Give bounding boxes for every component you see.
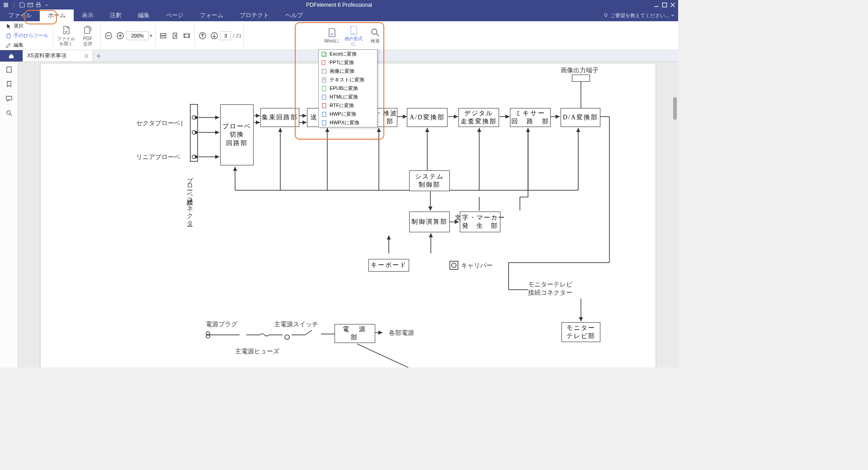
edit-tool[interactable]: 編集 [5,41,48,50]
box-monitor-tv: モニター テレビ部 [561,322,600,342]
tab-title: X5資料要求事項 [27,52,66,60]
comments-panel-icon[interactable] [5,94,13,103]
app-title: PDFelement 6 Professional [306,2,372,8]
minimize-button[interactable] [653,2,660,8]
open-file-button[interactable]: ファイル を開く [55,25,77,46]
svg-rect-3 [37,3,40,5]
label-probe-connector: プローベ接続コネクター [185,172,193,223]
svg-rect-39 [190,104,198,161]
to-word-label: Wordに [324,38,340,43]
menu-edit[interactable]: 編集 [130,9,158,21]
dropdown-item-rtf[interactable]: RTFに変換 [319,101,377,110]
dropdown-item-hwp[interactable]: HWPに変換 [319,110,377,118]
document-tab[interactable]: X5資料要求事項 [23,50,93,61]
titlebar: | PDFelement 6 Professional [0,0,678,9]
svg-point-42 [192,155,196,159]
bookmark-panel-icon[interactable] [5,80,13,88]
edit-label: 編集 [14,42,24,48]
fit-width-button[interactable] [157,30,169,42]
dropdown-item-image[interactable]: 画像に変換 [319,67,377,75]
fit-page-button[interactable] [169,30,181,42]
label-main-fuse: 主電源ヒューズ [235,348,279,356]
dropdown-arrow-icon[interactable] [43,2,50,8]
ribbon-separator [243,25,244,47]
menu-page[interactable]: ページ [158,9,192,21]
dd-label-html: HTMLに変換 [330,94,358,100]
select-tool[interactable]: 選択 [5,22,48,31]
svg-point-82 [206,334,210,338]
search-panel-icon[interactable] [5,109,13,117]
dropdown-item-epub[interactable]: EPUBに変換 [319,84,377,93]
home-tab-button[interactable] [0,50,23,61]
svg-point-19 [372,29,377,34]
box-ad: A/D変換部 [407,108,448,127]
prev-page-button[interactable] [197,30,208,42]
menu-form[interactable]: フォーム [192,9,231,21]
page-number-input[interactable] [220,31,231,40]
page-separator: / [231,33,236,38]
svg-point-81 [206,332,210,335]
actual-size-button[interactable] [181,30,193,42]
menu-home[interactable]: ホーム [40,9,74,21]
dd-label-epub: EPUBに変換 [330,85,358,92]
menu-file[interactable]: ファイル [0,9,40,21]
label-sector-probe: セクタプローベ{ [136,119,184,127]
zoom-dropdown-arrow[interactable]: ▾ [149,33,153,39]
pages-panel-icon[interactable] [5,66,13,74]
box-focus-circuit: 集束回路部 [260,108,299,127]
convert-to-word-button[interactable]: W Wordに [321,28,343,43]
hand-tool[interactable]: 手のひらツール [5,31,48,40]
feedback-text: ご要望を教えてください... [610,12,669,19]
mail-icon[interactable] [27,2,33,8]
label-caliper: キャリパー [461,262,493,270]
dropdown-item-html[interactable]: HTMLに変換 [319,93,377,101]
combine-pdf-button[interactable]: PDF 合併 [77,25,99,46]
svg-point-6 [604,14,607,16]
menu-view[interactable]: 表示 [74,9,102,21]
save-icon[interactable] [19,2,25,8]
menu-protect[interactable]: プロテクト [231,9,277,21]
combine-label: PDF 合併 [83,36,92,46]
box-char-marker: 文字・マーカー 発 生 部 [460,212,500,232]
zoom-in-button[interactable] [114,30,126,42]
svg-rect-29 [322,95,326,99]
next-page-button[interactable] [208,30,220,42]
box-power-unit: 電 源 部 [335,324,375,343]
close-icon[interactable] [85,54,88,58]
box-image-out-connector [572,75,590,82]
add-tab-button[interactable] [93,53,104,59]
svg-rect-5 [662,3,666,7]
box-probe-switch: プローベ 切換 回路部 [220,104,254,165]
svg-point-40 [192,116,196,119]
hand-label: 手のひらツール [14,32,48,39]
dropdown-item-excel[interactable]: Excelに変換 [319,50,377,58]
svg-rect-30 [322,103,326,108]
box-system-control: システム 制御部 [409,170,450,191]
svg-point-41 [192,131,196,134]
svg-rect-2 [37,5,40,7]
label-to-each-power: 各部電源 [389,329,414,337]
lightbulb-icon [603,13,609,18]
menu-help[interactable]: ヘルプ [277,9,311,21]
label-main-switch: 主電源スイッチ [274,320,318,329]
feedback-link[interactable]: ご要望を教えてください... [603,9,678,21]
search-button[interactable]: 検索 [364,28,386,43]
svg-rect-22 [322,61,325,65]
menu-comment[interactable]: 注釈 [102,9,130,21]
zoom-input[interactable] [126,31,149,40]
maximize-button[interactable] [661,2,668,8]
svg-point-74 [452,263,456,268]
dd-label-hwp: HWPに変換 [330,111,356,118]
svg-rect-73 [450,261,458,269]
zoom-out-button[interactable] [103,30,114,42]
svg-text:W: W [330,33,334,36]
dropdown-item-hwpx[interactable]: HWPXに変換 [319,118,377,127]
convert-to-other-button[interactable]: 他の形式に [343,25,364,46]
close-button[interactable] [669,2,676,8]
dropdown-item-text[interactable]: テキストに変換 [319,75,377,84]
print-icon[interactable] [35,2,42,8]
dropdown-item-ppt[interactable]: PPTに変換 [319,58,377,67]
svg-rect-28 [322,86,326,91]
scrollbar-thumb[interactable] [673,97,677,120]
side-nav [0,62,18,367]
